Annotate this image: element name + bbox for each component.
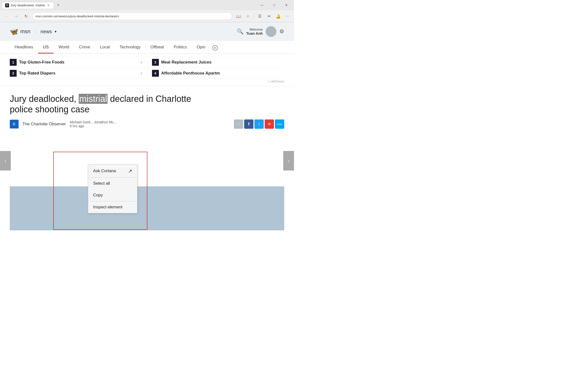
msn-welcome: Welcome Tuan Anh xyxy=(246,28,263,35)
ad-number-1: 1 xyxy=(10,59,17,66)
msn-search-icon[interactable]: 🔍 xyxy=(237,28,243,35)
context-menu-inspect-element[interactable]: Inspect element xyxy=(88,201,137,213)
forward-button[interactable]: → xyxy=(12,12,21,20)
context-menu-copy[interactable]: Copy xyxy=(88,189,137,201)
browser-tab[interactable]: M Jury deadlocked, mistria ✕ xyxy=(2,2,54,9)
welcome-name: Tuan Anh xyxy=(246,31,263,35)
hub-icon[interactable]: ☰ xyxy=(255,12,264,20)
msn-news-dropdown-icon[interactable]: ▾ xyxy=(55,30,57,34)
notes-icon[interactable]: ✏ xyxy=(265,12,273,20)
welcome-label: Welcome xyxy=(246,28,263,31)
ad-label-1: Top Gluten-Free Foods xyxy=(19,60,138,65)
ad-item-2[interactable]: 2 Top Rated Diapers › xyxy=(10,68,147,79)
article-nav-right-button[interactable]: › xyxy=(283,151,294,170)
settings-icon[interactable]: ⚙ xyxy=(279,28,284,35)
tab-offbeat[interactable]: Offbeat xyxy=(146,41,169,54)
article-byline-block: Michael Gord... Jonathon Mc... 6 hrs ago xyxy=(70,120,117,128)
context-menu-select-all[interactable]: Select all xyxy=(88,178,137,189)
more-button[interactable]: ··· xyxy=(283,12,292,20)
tab-favicon: M xyxy=(5,3,9,7)
ad-choices[interactable]: ▷ AdChoices xyxy=(10,79,284,83)
ad-label-4: Affordable Penthouse Apartm xyxy=(161,71,284,76)
tab-technology[interactable]: Technology xyxy=(115,41,146,54)
social-msn-button[interactable]: msn xyxy=(275,120,284,129)
close-button[interactable]: ✕ xyxy=(281,1,292,9)
ad-number-4: 4 xyxy=(152,70,159,77)
tab-world[interactable]: World xyxy=(54,41,74,54)
msn-header: 🦋 msn news ▾ 🔍 Welcome Tuan Anh ⚙ xyxy=(0,22,294,41)
article-nav-left-button[interactable]: ‹ xyxy=(0,151,11,170)
tab-title: Jury deadlocked, mistria xyxy=(11,3,45,7)
more-tabs-icon xyxy=(212,45,218,51)
nav-tabs: Headlines US World Crime Local Technolog… xyxy=(0,41,294,54)
ad-number-3: 3 xyxy=(152,59,159,66)
ad-arrow-2: › xyxy=(141,71,142,76)
tab-headlines[interactable]: Headlines xyxy=(10,41,38,54)
cortana-cursor-icon: ↗ xyxy=(128,168,132,174)
ad-item-4[interactable]: 4 Affordable Penthouse Apartm xyxy=(147,68,284,79)
cortana-icon[interactable]: 🔔 xyxy=(274,12,283,20)
tab-us[interactable]: US xyxy=(38,41,54,54)
tab-crime[interactable]: Crime xyxy=(74,41,95,54)
msn-logo-divider xyxy=(35,28,36,35)
social-facebook-button[interactable]: f xyxy=(244,120,253,129)
social-more-button[interactable]: ··· xyxy=(234,120,243,129)
article-byline: Michael Gord... Jonathon Mc... xyxy=(70,120,117,124)
toolbar-icons: 📖 ☆ ☰ ✏ 🔔 ··· xyxy=(234,12,292,20)
article-title-highlighted: mistrial xyxy=(79,94,107,104)
msn-butterfly-icon: 🦋 xyxy=(10,28,18,36)
tab-opinion[interactable]: Opin xyxy=(192,41,210,54)
title-bar: M Jury deadlocked, mistria ✕ + — □ ✕ xyxy=(0,0,294,10)
ad-number-2: 2 xyxy=(10,70,17,77)
article-title-part1: Jury deadlocked, xyxy=(10,94,76,104)
social-mail-button[interactable]: ✉ xyxy=(265,120,274,129)
source-name: The Charlotte Observer xyxy=(22,122,66,126)
source-logo: C xyxy=(10,120,19,128)
article-title: Jury deadlocked, mistrial declared in Ch… xyxy=(10,94,205,115)
svg-point-0 xyxy=(213,45,217,50)
context-menu: Ask Cortana ↗ Select all Copy Inspect el… xyxy=(88,164,137,213)
address-bar[interactable]: msn.com/en-us/news/us/jury-deadlocked-mi… xyxy=(32,12,232,20)
msn-news-label[interactable]: news xyxy=(41,29,52,34)
ad-strip: 1 Top Gluten-Free Foods › 3 Meal Replace… xyxy=(0,54,294,86)
ad-item-1[interactable]: 1 Top Gluten-Free Foods › xyxy=(10,57,147,68)
ask-cortana-row: Ask Cortana ↗ xyxy=(93,168,132,174)
ad-label-3: Meal Replacement Juices xyxy=(161,60,284,65)
article-time: 6 hrs ago xyxy=(70,124,117,128)
context-menu-overlay: Ask Cortana ↗ Select all Copy Inspect el… xyxy=(88,164,137,213)
refresh-button[interactable]: ↻ xyxy=(21,12,30,20)
ad-label-2: Top Rated Diapers xyxy=(19,71,138,76)
new-tab-button[interactable]: + xyxy=(55,2,62,9)
msn-right-controls: 🔍 Welcome Tuan Anh ⚙ xyxy=(237,26,284,37)
nav-bar: ← → ↻ msn.com/en-us/news/us/jury-deadloc… xyxy=(0,10,294,22)
reading-view-icon[interactable]: 📖 xyxy=(234,12,243,20)
window-controls: — □ ✕ xyxy=(256,1,292,9)
browser-chrome: M Jury deadlocked, mistria ✕ + — □ ✕ ← →… xyxy=(0,0,294,22)
tab-more-button[interactable] xyxy=(210,42,220,54)
toolbar-separator xyxy=(254,13,254,19)
ad-item-3[interactable]: 3 Meal Replacement Juices xyxy=(147,57,284,68)
tab-local[interactable]: Local xyxy=(95,41,115,54)
maximize-button[interactable]: □ xyxy=(269,1,280,9)
ask-cortana-label: Ask Cortana xyxy=(93,169,116,173)
context-menu-ask-cortana[interactable]: Ask Cortana ↗ xyxy=(88,165,137,177)
tab-close-button[interactable]: ✕ xyxy=(46,3,51,8)
article-meta: C The Charlotte Observer Michael Gord...… xyxy=(10,120,284,129)
minimize-button[interactable]: — xyxy=(256,1,268,9)
favorites-icon[interactable]: ☆ xyxy=(243,12,252,20)
article-image xyxy=(10,186,284,230)
social-icons: ··· f t ✉ msn xyxy=(234,120,284,129)
page-content: 🦋 msn news ▾ 🔍 Welcome Tuan Anh ⚙ Headli… xyxy=(0,22,294,235)
address-text: msn.com/en-us/news/us/jury-deadlocked-mi… xyxy=(35,14,229,18)
article-section: ‹ › Jury deadlocked, mistrial declared i… xyxy=(0,86,294,235)
ad-arrow-1: › xyxy=(141,60,142,64)
user-avatar[interactable] xyxy=(266,26,276,37)
msn-logo: 🦋 msn news ▾ xyxy=(10,28,57,36)
msn-logo-text: msn xyxy=(20,28,31,35)
ad-grid: 1 Top Gluten-Free Foods › 3 Meal Replace… xyxy=(10,57,284,79)
tab-politics[interactable]: Politics xyxy=(169,41,192,54)
back-button[interactable]: ← xyxy=(2,12,11,20)
social-twitter-button[interactable]: t xyxy=(254,120,264,129)
